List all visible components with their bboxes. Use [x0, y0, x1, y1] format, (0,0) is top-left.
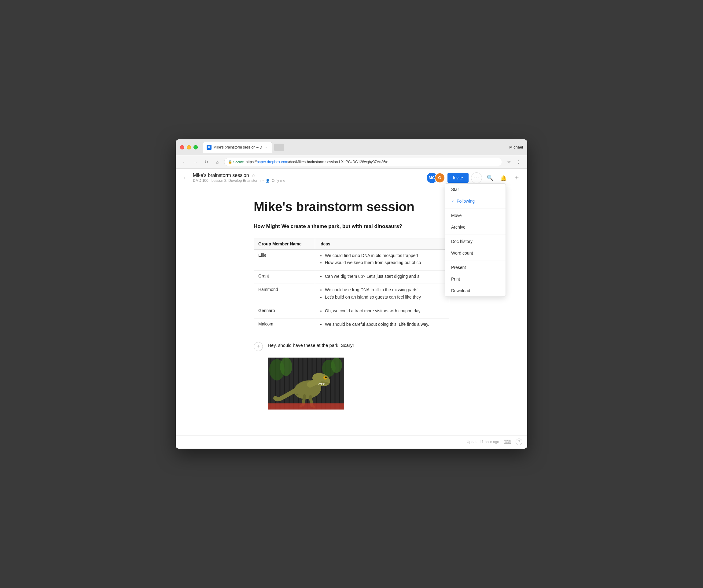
ideas-ellie: We could find dino DNA in old mosquitos …	[315, 249, 449, 270]
avatar-g[interactable]: G	[435, 173, 445, 183]
breadcrumb: DMD 100 · Lesson 2: Develop Brainstorm	[193, 178, 260, 183]
star-icon[interactable]: ☆	[251, 173, 255, 178]
table-body: Ellie We could find dino DNA in old mosq…	[254, 249, 449, 332]
member-name-ellie: Ellie	[254, 249, 315, 270]
browser-window: P Mike's brainstorm session – D × Michae…	[176, 139, 527, 449]
home-button[interactable]: ⌂	[213, 158, 222, 166]
ideas-table: Group Member Name Ideas Ellie We could f…	[254, 238, 449, 332]
add-block-button[interactable]: +	[254, 342, 263, 351]
visibility-label: Only me	[272, 178, 286, 183]
menu-item-archive-label: Archive	[451, 225, 466, 230]
table-header: Group Member Name Ideas	[254, 238, 449, 249]
bookmark-button[interactable]: ☆	[504, 158, 513, 166]
secure-badge: 🔒 Secure	[228, 160, 244, 164]
nav-bar: ← → ↻ ⌂ 🔒 Secure https://paper.dropbox.c…	[176, 155, 527, 169]
menu-item-download[interactable]: Download	[445, 285, 505, 297]
keyboard-icon[interactable]: ⌨	[503, 438, 512, 445]
section-question: How Might We create a theme park, but wi…	[254, 224, 449, 230]
nav-back-button[interactable]: ‹	[181, 174, 189, 182]
menu-item-move-label: Move	[451, 213, 462, 218]
menu-item-word-count[interactable]: Word count	[445, 247, 505, 259]
updated-text: Updated 1 hour ago	[467, 440, 499, 444]
table-row: Malcom We should be careful about doing …	[254, 319, 449, 332]
address-bar[interactable]: 🔒 Secure https://paper.dropbox.com/doc/M…	[224, 158, 502, 166]
menu-item-move[interactable]: Move	[445, 209, 505, 221]
menu-item-following-label: Following	[457, 199, 475, 203]
menu-item-doc-history-label: Doc history	[451, 239, 473, 244]
table-header-row: Group Member Name Ideas	[254, 238, 449, 249]
user-name: Michael	[509, 145, 523, 150]
refresh-button[interactable]: ↻	[202, 158, 211, 166]
svg-point-26	[326, 377, 326, 377]
back-button[interactable]: ←	[180, 158, 188, 166]
dino-image	[268, 357, 344, 410]
tab-favicon: P	[207, 145, 212, 150]
menu-item-archive[interactable]: Archive	[445, 221, 505, 233]
maximize-button[interactable]	[193, 145, 198, 150]
ideas-gennaro: Oh, we could attract more visitors with …	[315, 305, 449, 319]
svg-point-25	[325, 376, 327, 379]
menu-divider-1	[445, 208, 505, 208]
tab-close-button[interactable]: ×	[264, 145, 268, 150]
menu-item-print[interactable]: Print	[445, 273, 505, 285]
invite-button[interactable]: Invite	[448, 173, 469, 183]
table-row: Ellie We could find dino DNA in old mosq…	[254, 249, 449, 270]
new-tab-button[interactable]	[274, 144, 284, 151]
content-inner: Mike's brainstorm session How Might We c…	[235, 187, 468, 435]
member-name-hammond: Hammond	[254, 284, 315, 305]
col-header-ideas: Ideas	[315, 238, 449, 249]
active-tab[interactable]: P Mike's brainstorm session – D ×	[203, 142, 272, 153]
ideas-malcom: We should be careful about doing this. L…	[315, 319, 449, 332]
menu-item-star-label: Star	[451, 187, 459, 192]
member-name-grant: Grant	[254, 270, 315, 284]
dropdown-menu: Star ✓ Following Move Archive Doc histor…	[445, 183, 506, 297]
doc-info: Mike's brainstorm session ☆ DMD 100 · Le…	[193, 173, 285, 183]
menu-item-download-label: Download	[451, 288, 470, 293]
svg-point-21	[331, 357, 342, 373]
table-row: Gennaro Oh, we could attract more visito…	[254, 305, 449, 319]
add-button[interactable]: +	[512, 172, 522, 183]
tab-title: Mike's brainstorm session – D	[213, 145, 262, 150]
menu-divider-3	[445, 260, 505, 260]
menu-item-print-label: Print	[451, 276, 460, 281]
check-icon: ✓	[451, 199, 454, 203]
menu-item-following[interactable]: ✓ Following	[445, 195, 505, 207]
traffic-lights	[180, 145, 198, 150]
menu-item-word-count-label: Word count	[451, 251, 473, 255]
doc-title: Mike's brainstorm session	[193, 173, 249, 178]
doc-title-row: Mike's brainstorm session ☆	[193, 173, 285, 178]
menu-item-star[interactable]: Star	[445, 184, 505, 195]
help-icon[interactable]: ?	[516, 438, 522, 445]
dino-image-container	[268, 357, 449, 411]
menu-item-present[interactable]: Present	[445, 262, 505, 273]
table-row: Grant Can we dig them up? Let's just sta…	[254, 270, 449, 284]
lock-icon: 🔒	[228, 160, 232, 164]
app-header: ‹ Mike's brainstorm session ☆ DMD 100 · …	[176, 169, 527, 187]
menu-item-present-label: Present	[451, 265, 466, 270]
table-row: Hammond We could use frog DNA to fill in…	[254, 284, 449, 305]
menu-item-doc-history[interactable]: Doc history	[445, 236, 505, 247]
visibility-icon: 👤	[265, 179, 270, 183]
member-name-gennaro: Gennaro	[254, 305, 315, 319]
col-header-name: Group Member Name	[254, 238, 315, 249]
nav-actions: ☆ ⋮	[504, 158, 523, 166]
avatars-group: MC G	[427, 173, 445, 183]
after-table-section: + Hey, should have these at the park. Sc…	[254, 341, 449, 353]
url-text: https://paper.dropbox.com/doc/Mikes-brai…	[246, 160, 388, 164]
member-name-malcom: Malcom	[254, 319, 315, 332]
search-button[interactable]: 🔍	[484, 172, 495, 183]
close-button[interactable]	[180, 145, 184, 150]
after-table-text: Hey, should have these at the park. Scar…	[268, 341, 354, 348]
doc-subtitle: DMD 100 · Lesson 2: Develop Brainstorm •…	[193, 178, 285, 183]
svg-point-19	[280, 357, 292, 376]
forward-button[interactable]: →	[191, 158, 200, 166]
menu-button[interactable]: ⋮	[515, 158, 523, 166]
minimize-button[interactable]	[187, 145, 191, 150]
notifications-button[interactable]: 🔔	[498, 172, 509, 183]
more-options-button[interactable]: ···	[471, 172, 482, 183]
tab-area: P Mike's brainstorm session – D ×	[203, 142, 523, 153]
secure-label: Secure	[233, 160, 244, 164]
header-actions: MC G Invite ··· 🔍 🔔 +	[427, 172, 522, 183]
document-title: Mike's brainstorm session	[254, 199, 449, 215]
svg-rect-30	[268, 403, 344, 410]
